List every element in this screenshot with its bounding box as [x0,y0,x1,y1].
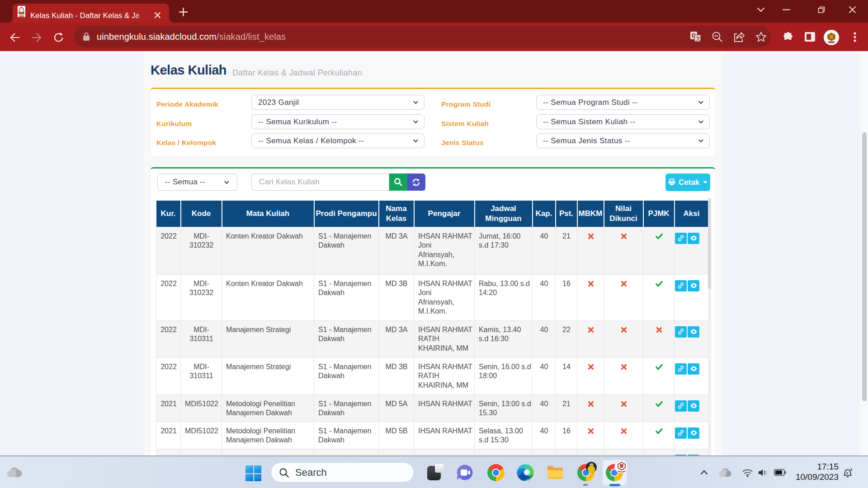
svg-text:文: 文 [696,36,701,41]
svg-text:z: z [850,468,853,472]
svg-text:z: z [846,471,848,475]
